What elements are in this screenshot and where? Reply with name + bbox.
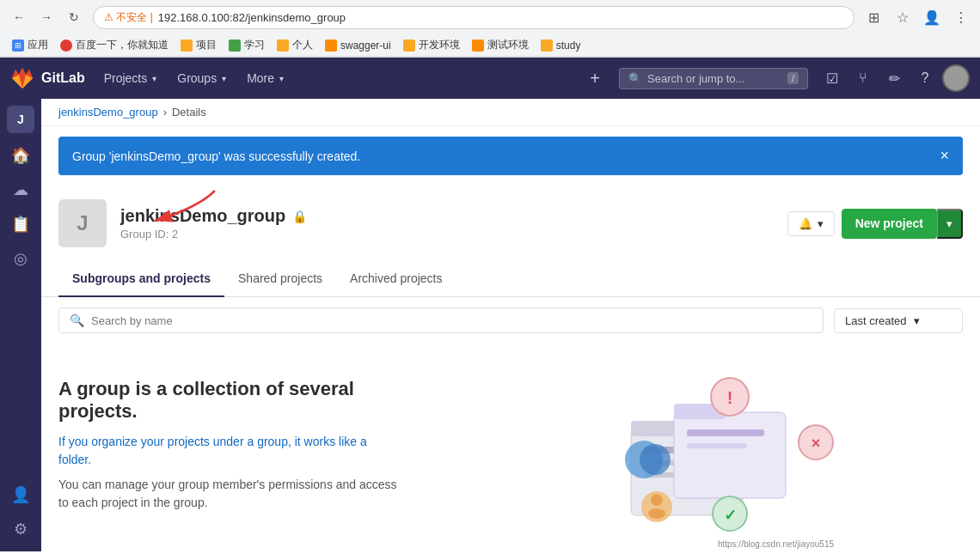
gitlab-logo[interactable]: GitLab	[10, 66, 85, 90]
group-name: jenkinsDemo_group 🔒	[120, 206, 307, 226]
fox-logo-icon	[10, 66, 34, 90]
bookmark-study[interactable]: 学习	[224, 36, 270, 54]
group-illustration: ! ×	[562, 361, 837, 550]
group-id: Group ID: 2	[120, 228, 307, 240]
svg-rect-12	[674, 412, 786, 498]
group-header: J jenkinsDemo_group 🔒	[41, 186, 980, 261]
gitlab-navbar: GitLab Projects ▾ Groups ▾ More ▾ + 🔍 Se…	[0, 58, 980, 99]
todo-icon[interactable]: ☑	[818, 64, 846, 92]
browser-chrome: ← → ↻ ⚠ 不安全 | 192.168.0.100:82/jenkinsde…	[0, 0, 980, 58]
back-button[interactable]: ←	[7, 5, 31, 29]
bookmarks-bar: ⊞ 应用 百度一下，你就知道 项目 学习 个人 swagger-ui 开发环境	[0, 34, 980, 57]
sort-select[interactable]: Last created ▾	[834, 308, 963, 333]
bookmark-test[interactable]: 测试环境	[467, 36, 534, 54]
new-project-button-group: New project ▾	[842, 209, 963, 239]
bookmark-project[interactable]: 项目	[175, 36, 222, 54]
folder-icon-2	[229, 40, 241, 52]
baidu-icon	[60, 40, 72, 52]
group-details: jenkinsDemo_group 🔒	[120, 206, 307, 240]
group-actions: 🔔 ▾ New project ▾	[787, 209, 963, 239]
alert-message: Group 'jenkinsDemo_group' was successful…	[72, 149, 360, 163]
sidebar-groups-icon[interactable]: 📋	[5, 209, 36, 240]
sidebar-milestones-icon[interactable]: ◎	[5, 243, 36, 274]
folder-icon-7	[541, 40, 553, 52]
svg-point-23	[651, 494, 663, 506]
lock-icon: 🔒	[292, 210, 307, 223]
bookmark-swagger[interactable]: swagger-ui	[320, 38, 396, 53]
search-icon: 🔍	[628, 72, 642, 85]
browser-actions: ⊞ ☆ 👤 ⋮	[861, 5, 973, 29]
svg-point-19	[640, 444, 671, 475]
sidebar-activity-icon[interactable]: ☁	[5, 174, 36, 205]
illustration-wrap: ! ×	[562, 361, 837, 550]
navbar-icons: +	[581, 64, 609, 92]
breadcrumb-group-link[interactable]: jenkinsDemo_group	[58, 106, 158, 119]
empty-text-1: If you organize your projects under a gr…	[58, 433, 402, 469]
bell-icon: 🔔	[799, 217, 812, 230]
merge-requests-icon[interactable]: ⑂	[849, 64, 877, 92]
notification-bell-button[interactable]: 🔔 ▾	[787, 211, 835, 236]
empty-text-2: You can manage your group member's permi…	[58, 476, 402, 512]
nav-more[interactable]: More ▾	[238, 68, 292, 88]
alert-close-button[interactable]: ×	[940, 147, 949, 165]
bookmark-baidu[interactable]: 百度一下，你就知道	[55, 36, 174, 54]
profile-btn[interactable]: 👤	[920, 5, 944, 29]
bookmark-study2[interactable]: study	[536, 38, 586, 53]
sidebar-user-avatar[interactable]: J	[7, 106, 34, 133]
folder-icon-5	[403, 40, 415, 52]
top-nav-menu: Projects ▾ Groups ▾ More ▾	[95, 68, 292, 88]
bookmark-btn[interactable]: ☆	[891, 5, 915, 29]
extensions-btn[interactable]: ⊞	[861, 5, 885, 29]
left-sidebar: J 🏠 ☁ 📋 ◎ 👤 ⚙	[0, 99, 41, 551]
folder-icon-6	[472, 40, 484, 52]
svg-text:✓: ✓	[724, 507, 737, 524]
folder-icon-3	[277, 40, 289, 52]
issues-icon[interactable]: ✏	[880, 64, 908, 92]
user-avatar[interactable]	[942, 64, 970, 92]
bell-chevron: ▾	[818, 217, 824, 230]
menu-btn[interactable]: ⋮	[949, 5, 973, 29]
nav-buttons: ← → ↻	[7, 5, 86, 29]
bookmark-dev[interactable]: 开发环境	[398, 36, 465, 54]
nav-projects[interactable]: Projects ▾	[95, 68, 166, 88]
gitlab-logo-text: GitLab	[41, 70, 85, 86]
navbar-search[interactable]: 🔍 Search or jump to... /	[619, 68, 808, 89]
new-project-dropdown-arrow[interactable]: ▾	[937, 209, 963, 239]
folder-icon-1	[181, 40, 193, 52]
tab-archived-projects[interactable]: Archived projects	[336, 261, 456, 297]
app-body: J 🏠 ☁ 📋 ◎ 👤 ⚙ jenkinsDemo_group › Detail…	[0, 99, 980, 551]
nav-groups[interactable]: Groups ▾	[168, 68, 235, 88]
new-item-button[interactable]: +	[581, 64, 609, 92]
empty-illustration: ! ×	[437, 361, 963, 550]
help-icon[interactable]: ?	[911, 64, 939, 92]
new-project-button[interactable]: New project	[842, 209, 937, 239]
main-content: jenkinsDemo_group › Details Group 'jenki…	[41, 99, 980, 551]
search-by-name-input[interactable]	[91, 314, 812, 327]
sort-chevron-icon: ▾	[914, 314, 920, 327]
tabs-bar: Subgroups and projects Shared projects A…	[41, 261, 980, 297]
forward-button[interactable]: →	[34, 5, 58, 29]
watermark: https://blog.csdn.net/jiayou515	[714, 539, 837, 550]
more-chevron: ▾	[279, 74, 284, 83]
sidebar-home-icon[interactable]: 🏠	[5, 140, 36, 171]
tab-subgroups-projects[interactable]: Subgroups and projects	[58, 261, 224, 297]
empty-state-text: A group is a collection of several proje…	[58, 361, 402, 519]
bookmark-personal[interactable]: 个人	[272, 36, 318, 54]
tab-shared-projects[interactable]: Shared projects	[224, 261, 336, 297]
search-shortcut: /	[787, 72, 799, 84]
refresh-button[interactable]: ↻	[62, 5, 86, 29]
group-avatar: J	[58, 199, 107, 247]
apps-icon: ⊞	[12, 40, 24, 52]
breadcrumb-separator: ›	[163, 106, 167, 119]
bookmark-apps[interactable]: ⊞ 应用	[7, 36, 53, 54]
sidebar-settings-icon[interactable]: ⚙	[5, 514, 36, 545]
svg-rect-14	[687, 429, 764, 436]
address-bar[interactable]: ⚠ 不安全 | 192.168.0.100:82/jenkinsdemo_gro…	[93, 6, 854, 29]
organize-link[interactable]: If you organize your projects under a gr…	[58, 435, 367, 466]
svg-point-24	[648, 508, 665, 519]
empty-heading: A group is a collection of several proje…	[58, 378, 402, 423]
search-input-wrap[interactable]: 🔍	[58, 307, 824, 333]
sidebar-members-icon[interactable]: 👤	[5, 479, 36, 510]
svg-text:×: ×	[812, 435, 821, 452]
navbar-right-icons: ☑ ⑂ ✏ ?	[818, 64, 970, 92]
